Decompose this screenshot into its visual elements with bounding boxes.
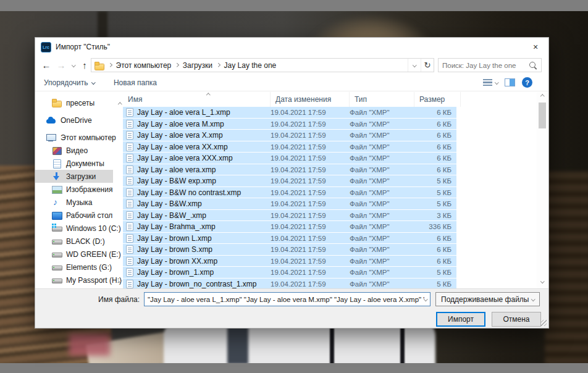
file-row[interactable]: Jay Lay - Brahma_.xmp 19.04.2021 17:59 Ф…	[123, 221, 456, 233]
column-header[interactable]: Размер	[414, 92, 461, 107]
refresh-button[interactable]: ↻	[421, 59, 434, 72]
up-arrow-icon: ↑	[82, 61, 87, 70]
help-button[interactable]	[522, 77, 532, 88]
breadcrumb-separator-icon	[108, 63, 112, 67]
file-name: Jay Lay - brown L.xmp	[137, 234, 271, 243]
sidebar-scroll-down-button[interactable]	[119, 274, 122, 283]
file-type: Файл "XMP"	[350, 200, 414, 207]
sidebar-item[interactable]: Windows 10 (C:)	[35, 222, 113, 235]
resize-grip[interactable]	[540, 320, 547, 326]
file-row[interactable]: Jay Lay - aloe vera.xmp 19.04.2021 17:59…	[123, 164, 456, 176]
sidebar-item[interactable]: WD GREEN (E:)	[35, 248, 113, 261]
dialog-title: Импорт "Стиль"	[56, 43, 110, 51]
file-size: 6 КБ	[414, 109, 456, 116]
file-row[interactable]: Jay Lay - aloe vera X.xmp 19.04.2021 17:…	[123, 130, 456, 141]
organize-button[interactable]: Упорядочить	[44, 78, 95, 87]
file-size: 6 КБ	[414, 246, 456, 253]
sidebar-item-icon	[52, 185, 62, 195]
xmp-file-icon	[126, 143, 133, 151]
column-header[interactable]: Имя	[123, 92, 271, 107]
sidebar-item-icon	[46, 133, 56, 143]
file-size: 3 КБ	[414, 212, 456, 219]
breadcrumb-item[interactable]: Jay Lay the one	[212, 61, 276, 70]
file-row[interactable]: Jay Lay - B&W_.xmp 19.04.2021 17:59 Файл…	[123, 210, 456, 222]
sidebar-item-label: Windows 10 (C:)	[66, 224, 121, 233]
back-button[interactable]: ←	[39, 58, 54, 73]
address-dropdown-button[interactable]	[408, 59, 421, 72]
breadcrumb-item[interactable]: Этот компьютер	[104, 61, 171, 70]
file-date-modified: 19.04.2021 17:59	[271, 109, 350, 116]
sidebar-item[interactable]: Изображения	[35, 183, 113, 196]
scrollbar-thumb[interactable]	[539, 103, 546, 128]
xmp-file-icon	[126, 211, 133, 220]
sidebar-item-icon	[52, 211, 62, 220]
photo-lanyard-cord	[400, 324, 405, 363]
sidebar-item-label: OneDrive	[61, 116, 92, 125]
file-type: Файл "XMP"	[350, 166, 414, 174]
preview-pane-button[interactable]	[505, 78, 515, 86]
search-input[interactable]: Поиск: Jay Lay the one	[438, 58, 542, 72]
scroll-down-button[interactable]	[537, 280, 548, 283]
photo-pink-object	[69, 333, 110, 356]
file-row[interactable]: Jay Lay - brown XX.xmp 19.04.2021 17:59 …	[123, 256, 456, 267]
import-button[interactable]: Импорт	[436, 312, 485, 327]
sidebar-item[interactable]: Этот компьютер	[35, 131, 113, 144]
file-row[interactable]: Jay Lay - B&W no contrast.xmp 19.04.2021…	[123, 187, 456, 199]
file-row[interactable]: Jay Lay - aloe vera L_1.xmp 19.04.2021 1…	[123, 107, 456, 119]
file-date-modified: 19.04.2021 17:59	[271, 200, 350, 207]
sidebar-item-icon	[52, 146, 62, 156]
column-headers: ИмяДата измененияТипРазмер	[123, 92, 537, 107]
sidebar-item-label: Документы	[66, 159, 104, 168]
view-controls	[483, 77, 533, 88]
file-row[interactable]: Jay Lay - aloe vera XXX.xmp 19.04.2021 1…	[123, 153, 456, 164]
sidebar-item[interactable]: Документы	[35, 157, 113, 170]
file-row[interactable]: Jay Lay - aloe vera XX.xmp 19.04.2021 17…	[123, 141, 456, 153]
sidebar-item[interactable]: Рабочий стол	[35, 209, 113, 222]
new-folder-button[interactable]: Новая папка	[114, 78, 157, 87]
file-type: Файл "XMP"	[350, 109, 414, 116]
sidebar-item[interactable]: Загрузки	[35, 170, 113, 183]
title-bar[interactable]: Lrc Импорт "Стиль" ×	[35, 38, 548, 56]
sidebar-item[interactable]: My Passport (H:)	[35, 274, 113, 287]
navigation-pane: пресеты OneDrive Этот компьютер Видео До…	[35, 92, 123, 288]
file-row[interactable]: Jay Lay - B&W.xmp 19.04.2021 17:59 Файл …	[123, 198, 456, 210]
file-date-modified: 19.04.2021 17:59	[271, 246, 350, 253]
file-row[interactable]: Jay Lay - B&W exp.xmp 19.04.2021 17:59 Ф…	[123, 175, 456, 187]
sidebar-item[interactable]: пресеты	[35, 96, 113, 109]
filename-input[interactable]: "Jay Lay - aloe vera L_1.xmp" "Jay Lay -…	[144, 292, 430, 306]
file-row[interactable]: Jay Lay - brown_1.xmp 19.04.2021 17:59 Ф…	[123, 267, 456, 279]
change-view-button[interactable]	[483, 79, 498, 86]
file-row[interactable]: Jay Lay - brown S.xmp 19.04.2021 17:59 Ф…	[123, 244, 456, 256]
column-header[interactable]: Дата изменения	[271, 92, 350, 107]
sidebar-item[interactable]: Видео	[35, 144, 113, 157]
up-one-level-button[interactable]: ↑	[78, 58, 91, 73]
forward-button[interactable]: →	[54, 58, 69, 73]
filetype-select[interactable]: Поддерживаемые файлы	[435, 292, 540, 306]
recent-locations-button[interactable]	[69, 58, 78, 73]
file-row[interactable]: Jay Lay - aloe vera M.xmp 19.04.2021 17:…	[123, 119, 456, 130]
scroll-up-button[interactable]	[537, 95, 548, 98]
column-header[interactable]: Тип	[350, 92, 414, 107]
address-bar[interactable]: Этот компьютер Загрузки Jay Lay the one …	[91, 58, 434, 72]
chevron-down-icon	[91, 80, 95, 84]
cancel-button[interactable]: Отмена	[492, 312, 541, 327]
file-row[interactable]: Jay Lay - brown_no_contrast_1.xmp 19.04.…	[123, 279, 456, 289]
chevron-down-icon	[424, 297, 427, 301]
photo-books-right	[545, 172, 588, 363]
file-name: Jay Lay - B&W_.xmp	[137, 211, 271, 220]
file-type: Файл "XMP"	[350, 177, 414, 185]
file-name: Jay Lay - Brahma_.xmp	[137, 222, 271, 231]
sidebar-item[interactable]: OneDrive	[35, 114, 113, 127]
sidebar-item[interactable]: Музыка	[35, 196, 113, 209]
breadcrumb-label: Загрузки	[183, 61, 212, 70]
close-button[interactable]: ×	[523, 38, 548, 56]
sidebar-scroll-up-button[interactable]	[119, 98, 122, 107]
sidebar-item[interactable]: BLACK (D:)	[35, 235, 113, 248]
sidebar-item[interactable]: Elements (G:)	[35, 261, 113, 274]
list-scrollbar[interactable]	[537, 92, 548, 288]
file-size: 6 КБ	[414, 143, 456, 151]
breadcrumb-item[interactable]: Загрузки	[171, 61, 212, 70]
chevron-down-icon	[413, 63, 416, 67]
refresh-icon: ↻	[424, 61, 431, 70]
file-row[interactable]: Jay Lay - brown L.xmp 19.04.2021 17:59 Ф…	[123, 233, 456, 245]
